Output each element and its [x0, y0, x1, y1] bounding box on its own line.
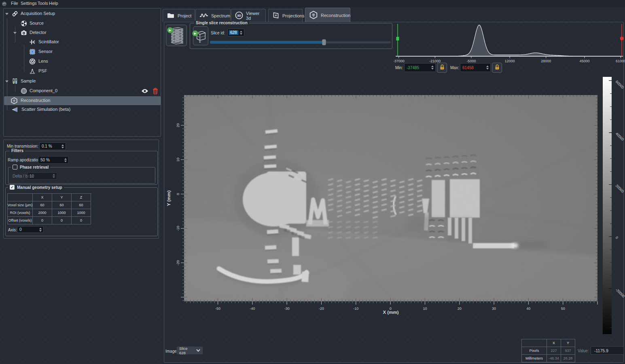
svg-text:-30: -30	[284, 307, 290, 311]
tree-item-label: Detector	[30, 30, 47, 35]
tree-item-label: Sensor	[38, 49, 53, 54]
spin-arrows-icon[interactable]	[51, 174, 57, 178]
histogram-plot: -37000-21000-500012000280004500061000	[394, 25, 625, 63]
tree-item-lens[interactable]: Lens	[4, 57, 160, 66]
axis-spinbox[interactable]: 0	[17, 226, 44, 233]
ct-slice-image[interactable]	[164, 95, 597, 319]
filters-title: Filters	[10, 148, 25, 153]
svg-text:61000: 61000	[616, 59, 625, 63]
range-min-spinbox[interactable]: -37485	[404, 63, 436, 72]
svg-text:10: 10	[176, 158, 180, 162]
readout-row-label: Pixels	[522, 347, 547, 355]
tree-item-source[interactable]: Source	[4, 19, 160, 28]
tree-item-label: Source	[30, 21, 44, 25]
geometry-cell[interactable]: 0	[52, 217, 72, 224]
tab-project[interactable]: Project	[163, 9, 195, 22]
slice-id-value: 628	[229, 30, 238, 35]
geometry-cell[interactable]: 2000	[33, 209, 52, 217]
svg-text:20: 20	[176, 123, 180, 127]
range-max-label: Max:	[450, 66, 459, 70]
lock-icon	[494, 64, 500, 72]
tree-item-label: Lens	[38, 59, 48, 63]
min-transmission-spinbox[interactable]: 0.1 %	[39, 142, 66, 150]
svg-text:0: 0	[176, 193, 180, 195]
y-axis-title: Y (mm)	[166, 190, 171, 206]
slice-id-spinbox[interactable]: 628	[227, 29, 244, 36]
menu-item-settings[interactable]: Settings	[21, 1, 37, 6]
x-axis-title: X (mm)	[383, 310, 399, 315]
max-lock-button[interactable]	[492, 63, 502, 73]
manual-geometry-checkbox[interactable]: ✓	[10, 185, 15, 190]
readout-mm-x: -46.34	[547, 355, 561, 362]
tree-item-label: Component_0	[30, 88, 57, 93]
spin-arrows-icon[interactable]	[63, 158, 68, 162]
svg-text:45000: 45000	[579, 59, 589, 63]
svg-text:-37000: -37000	[394, 59, 405, 63]
tree-item-scatter-simulation[interactable]: Scatter Simulation (beta)	[4, 105, 160, 114]
tab-reconstruction[interactable]: Reconstruction	[305, 8, 350, 22]
reconstruct-slice-button[interactable]: ▶	[193, 26, 208, 45]
delete-trash-icon[interactable]	[153, 88, 158, 95]
svg-text:60000: 60000	[615, 80, 625, 90]
svg-text:50: 50	[561, 307, 565, 311]
chevron-down-icon[interactable]	[5, 13, 8, 15]
slice-id-label: Slice id:	[211, 31, 225, 35]
slice-slider[interactable]	[210, 39, 391, 46]
range-max-value: 61458	[462, 66, 474, 70]
tree-item-component-0[interactable]: Component_0	[4, 87, 160, 95]
reconstruction-plot[interactable]: -50-40-30-20-100102030405020100-10-20 X …	[164, 92, 600, 319]
delta-beta-spinbox[interactable]: 10	[27, 172, 57, 180]
spin-arrows-icon[interactable]	[238, 31, 244, 35]
tree-item-psf[interactable]: PSF	[4, 67, 160, 76]
tree-item-scintillator[interactable]: Scintillator	[4, 38, 160, 47]
slider-handle[interactable]	[322, 39, 326, 45]
ramp-apodization-spinbox[interactable]: 50 %	[38, 156, 69, 164]
spin-arrows-icon[interactable]	[38, 228, 43, 232]
svg-text:-20: -20	[176, 260, 180, 265]
min-lock-button[interactable]	[437, 63, 447, 73]
geometry-cell[interactable]: 60	[33, 201, 52, 209]
menu-item-tools[interactable]: Tools	[38, 1, 48, 6]
range-min-value: -37485	[407, 66, 419, 70]
tree-item-reconstruction[interactable]: Reconstruction	[4, 96, 160, 105]
visibility-eye-icon[interactable]	[141, 89, 148, 94]
aperture-icon	[29, 58, 36, 65]
svg-text:12000: 12000	[505, 59, 515, 63]
menu-item-help[interactable]: Help	[49, 1, 58, 6]
geometry-header-z: Z	[72, 194, 91, 201]
range-max-spinbox[interactable]: 61458	[460, 63, 491, 72]
histogram-max-marker[interactable]	[620, 24, 624, 56]
tree-item-detector[interactable]: Detector	[4, 28, 160, 37]
min-transmission-value: 0.1 %	[42, 144, 52, 148]
geometry-cell[interactable]: 1000	[72, 209, 91, 217]
filters-groupbox: Filters Ramp apodization: 50 % Phase ret…	[5, 151, 158, 185]
geometry-header-y: Y	[52, 194, 72, 201]
axis-label: Axis:	[8, 228, 17, 232]
spin-arrows-icon[interactable]	[60, 144, 66, 148]
geometry-row-label: ROI (voxels)	[8, 209, 33, 217]
tree-item-sample[interactable]: Sample	[4, 77, 160, 86]
geometry-cell[interactable]: 0	[72, 217, 91, 224]
chevron-down-icon[interactable]	[13, 32, 17, 34]
reconstruct-volume-button[interactable]: ▶	[166, 25, 187, 46]
svg-text:-10: -10	[176, 226, 180, 231]
cursor-readout-table: X Y Pixels 227 937 Millimeters -46.34 26…	[521, 339, 575, 362]
geometry-cell[interactable]: 60	[52, 201, 72, 209]
phase-retrieval-checkbox[interactable]	[13, 165, 17, 169]
menu-item-file[interactable]: File	[11, 1, 18, 6]
spin-arrows-icon[interactable]	[485, 66, 490, 70]
scatter-fan-icon	[12, 106, 18, 113]
chevron-down-icon[interactable]	[5, 80, 8, 83]
tab-projections[interactable]: Projections	[268, 9, 303, 22]
image-select-combobox[interactable]: Slice 628	[176, 346, 203, 355]
spin-arrows-icon[interactable]	[430, 66, 435, 70]
ramp-apodization-value: 50 %	[40, 158, 50, 162]
histogram-min-marker[interactable]	[396, 24, 399, 56]
geometry-cell[interactable]: 1000	[52, 209, 72, 217]
tree-item-acquisition-setup[interactable]: Acquisition Setup	[4, 9, 160, 18]
geometry-cell[interactable]: 60	[72, 201, 91, 209]
chevron-down-icon	[196, 348, 200, 353]
tree-item-sensor[interactable]: Sensor	[4, 47, 160, 56]
geometry-cell[interactable]: 0	[33, 217, 52, 224]
play-icon: ▶	[192, 30, 198, 36]
